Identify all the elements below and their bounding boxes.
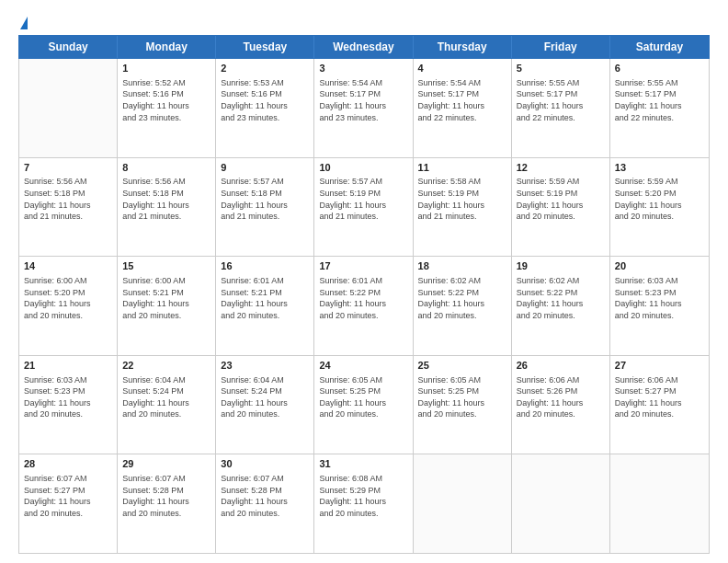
header-day-tuesday: Tuesday [216,36,314,58]
day-number: 12 [517,161,605,175]
day-cell-7: 7Sunrise: 5:56 AMSunset: 5:18 PMDaylight… [19,158,118,257]
day-number: 11 [418,161,506,175]
day-info: Sunrise: 6:00 AMSunset: 5:20 PMDaylight:… [24,275,112,321]
day-info: Sunrise: 6:05 AMSunset: 5:25 PMDaylight:… [319,374,407,420]
day-info: Sunrise: 6:06 AMSunset: 5:26 PMDaylight:… [517,374,605,420]
day-number: 1 [122,62,210,75]
day-cell-3: 3Sunrise: 5:54 AMSunset: 5:17 PMDaylight… [314,59,413,157]
day-info: Sunrise: 5:54 AMSunset: 5:17 PMDaylight:… [319,77,407,123]
day-number: 6 [615,62,704,75]
day-number: 30 [221,457,309,471]
day-info: Sunrise: 5:53 AMSunset: 5:16 PMDaylight:… [221,77,309,123]
day-cell-24: 24Sunrise: 6:05 AMSunset: 5:25 PMDayligh… [314,356,413,454]
day-cell-20: 20Sunrise: 6:03 AMSunset: 5:23 PMDayligh… [610,257,709,355]
day-number: 28 [24,457,112,471]
day-cell-12: 12Sunrise: 5:59 AMSunset: 5:19 PMDayligh… [512,158,610,257]
day-cell-8: 8Sunrise: 5:56 AMSunset: 5:18 PMDaylight… [118,158,216,257]
day-cell-14: 14Sunrise: 6:00 AMSunset: 5:20 PMDayligh… [19,257,118,355]
day-cell-11: 11Sunrise: 5:58 AMSunset: 5:19 PMDayligh… [414,158,512,257]
day-cell-6: 6Sunrise: 5:55 AMSunset: 5:17 PMDaylight… [610,59,709,157]
day-info: Sunrise: 6:08 AMSunset: 5:29 PMDaylight:… [319,473,407,519]
day-info: Sunrise: 5:54 AMSunset: 5:17 PMDaylight:… [418,77,506,123]
day-cell-29: 29Sunrise: 6:07 AMSunset: 5:28 PMDayligh… [118,454,216,553]
day-number: 10 [319,161,407,175]
day-info: Sunrise: 6:05 AMSunset: 5:25 PMDaylight:… [418,374,506,420]
day-cell-17: 17Sunrise: 6:01 AMSunset: 5:22 PMDayligh… [314,257,413,355]
day-cell-18: 18Sunrise: 6:02 AMSunset: 5:22 PMDayligh… [414,257,512,355]
day-number: 16 [221,259,309,273]
day-cell-31: 31Sunrise: 6:08 AMSunset: 5:29 PMDayligh… [314,454,413,553]
day-number: 24 [319,359,407,373]
day-cell-5: 5Sunrise: 5:55 AMSunset: 5:17 PMDaylight… [512,59,610,157]
day-cell-26: 26Sunrise: 6:06 AMSunset: 5:26 PMDayligh… [512,356,610,454]
day-info: Sunrise: 6:03 AMSunset: 5:23 PMDaylight:… [24,374,112,420]
header-day-sunday: Sunday [19,36,118,58]
week-row-2: 14Sunrise: 6:00 AMSunset: 5:20 PMDayligh… [19,257,709,356]
day-cell-30: 30Sunrise: 6:07 AMSunset: 5:28 PMDayligh… [216,454,314,553]
page: SundayMondayTuesdayWednesdayThursdayFrid… [0,0,728,563]
header [18,15,710,29]
day-info: Sunrise: 5:55 AMSunset: 5:17 PMDaylight:… [517,77,605,123]
day-info: Sunrise: 5:55 AMSunset: 5:17 PMDaylight:… [615,77,704,123]
day-number: 3 [319,62,407,75]
day-number: 18 [418,259,506,273]
day-cell-27: 27Sunrise: 6:06 AMSunset: 5:27 PMDayligh… [610,356,709,454]
day-number: 21 [24,359,112,373]
day-cell-25: 25Sunrise: 6:05 AMSunset: 5:25 PMDayligh… [414,356,512,454]
day-number: 19 [517,259,605,273]
day-info: Sunrise: 5:56 AMSunset: 5:18 PMDaylight:… [24,176,112,222]
day-info: Sunrise: 6:03 AMSunset: 5:23 PMDaylight:… [615,275,704,321]
day-cell-2: 2Sunrise: 5:53 AMSunset: 5:16 PMDaylight… [216,59,314,157]
day-number: 29 [122,457,210,471]
day-cell-4: 4Sunrise: 5:54 AMSunset: 5:17 PMDaylight… [414,59,512,157]
header-day-thursday: Thursday [414,36,512,58]
day-number: 5 [517,62,605,75]
empty-cell [512,454,610,553]
day-info: Sunrise: 5:57 AMSunset: 5:19 PMDaylight:… [319,176,407,222]
day-cell-1: 1Sunrise: 5:52 AMSunset: 5:16 PMDaylight… [118,59,216,157]
day-cell-9: 9Sunrise: 5:57 AMSunset: 5:18 PMDaylight… [216,158,314,257]
day-number: 8 [122,161,210,175]
day-number: 31 [319,457,407,471]
day-cell-15: 15Sunrise: 6:00 AMSunset: 5:21 PMDayligh… [118,257,216,355]
day-number: 13 [615,161,704,175]
day-number: 26 [517,359,605,373]
day-info: Sunrise: 6:07 AMSunset: 5:27 PMDaylight:… [24,473,112,519]
day-number: 9 [221,161,309,175]
day-info: Sunrise: 5:58 AMSunset: 5:19 PMDaylight:… [418,176,506,222]
day-info: Sunrise: 6:07 AMSunset: 5:28 PMDaylight:… [221,473,309,519]
day-cell-22: 22Sunrise: 6:04 AMSunset: 5:24 PMDayligh… [118,356,216,454]
day-info: Sunrise: 5:57 AMSunset: 5:18 PMDaylight:… [221,176,309,222]
calendar-header: SundayMondayTuesdayWednesdayThursdayFrid… [18,35,710,59]
logo-triangle-icon [20,17,28,29]
day-number: 22 [122,359,210,373]
day-cell-21: 21Sunrise: 6:03 AMSunset: 5:23 PMDayligh… [19,356,118,454]
calendar: SundayMondayTuesdayWednesdayThursdayFrid… [18,35,710,554]
day-cell-23: 23Sunrise: 6:04 AMSunset: 5:24 PMDayligh… [216,356,314,454]
day-number: 23 [221,359,309,373]
header-day-friday: Friday [512,36,610,58]
day-info: Sunrise: 6:04 AMSunset: 5:24 PMDaylight:… [122,374,210,420]
day-info: Sunrise: 6:04 AMSunset: 5:24 PMDaylight:… [221,374,309,420]
day-cell-13: 13Sunrise: 5:59 AMSunset: 5:20 PMDayligh… [610,158,709,257]
day-cell-19: 19Sunrise: 6:02 AMSunset: 5:22 PMDayligh… [512,257,610,355]
day-cell-28: 28Sunrise: 6:07 AMSunset: 5:27 PMDayligh… [19,454,118,553]
empty-cell [19,59,118,157]
header-day-wednesday: Wednesday [314,36,413,58]
week-row-0: 1Sunrise: 5:52 AMSunset: 5:16 PMDaylight… [19,59,709,158]
day-info: Sunrise: 5:59 AMSunset: 5:20 PMDaylight:… [615,176,704,222]
day-number: 2 [221,62,309,75]
week-row-1: 7Sunrise: 5:56 AMSunset: 5:18 PMDaylight… [19,158,709,258]
week-row-3: 21Sunrise: 6:03 AMSunset: 5:23 PMDayligh… [19,356,709,455]
day-info: Sunrise: 6:07 AMSunset: 5:28 PMDaylight:… [122,473,210,519]
day-number: 27 [615,359,704,373]
logo [18,17,28,29]
header-day-monday: Monday [118,36,216,58]
day-number: 25 [418,359,506,373]
calendar-body: 1Sunrise: 5:52 AMSunset: 5:16 PMDaylight… [18,59,710,554]
empty-cell [414,454,512,553]
day-info: Sunrise: 6:02 AMSunset: 5:22 PMDaylight:… [517,275,605,321]
day-number: 17 [319,259,407,273]
day-number: 14 [24,259,112,273]
day-number: 7 [24,161,112,175]
